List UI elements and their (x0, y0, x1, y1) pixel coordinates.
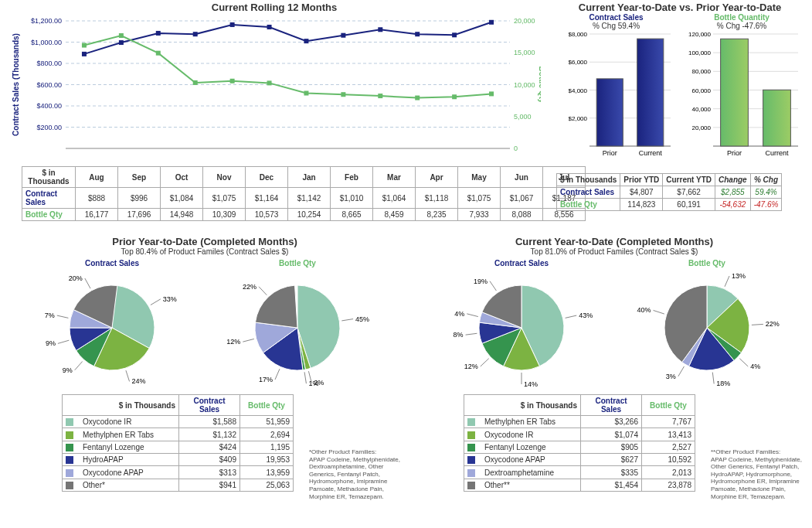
svg-text:43%: 43% (579, 312, 593, 319)
svg-text:40,000: 40,000 (691, 106, 711, 113)
cur-title: Current Year-to-Date (Completed Months) (417, 236, 811, 247)
svg-text:5,000: 5,000 (514, 113, 532, 121)
svg-text:14%: 14% (524, 380, 538, 387)
svg-text:22%: 22% (243, 283, 257, 291)
svg-line-108 (490, 281, 496, 291)
svg-text:$1,000.00: $1,000.00 (31, 39, 62, 46)
cur-product-table: $ in ThousandsContract SalesBottle QtyMe… (464, 394, 695, 492)
svg-text:20,000: 20,000 (514, 17, 535, 25)
svg-line-78 (75, 362, 83, 370)
svg-text:22%: 22% (766, 320, 780, 328)
svg-text:12%: 12% (464, 363, 478, 370)
svg-line-74 (151, 299, 161, 305)
svg-text:$200.00: $200.00 (36, 124, 62, 131)
svg-line-120 (654, 310, 664, 314)
svg-text:100,000: 100,000 (688, 49, 711, 56)
svg-line-96 (259, 287, 267, 295)
ytd-table-wrap: $ in ThousandsPrior YTDCurrent YTDChange… (556, 173, 782, 211)
svg-line-92 (275, 369, 280, 380)
svg-text:40%: 40% (637, 306, 651, 314)
svg-text:7%: 7% (45, 312, 55, 319)
svg-line-104 (466, 333, 477, 335)
svg-line-90 (304, 372, 306, 383)
prior-sales-pie: 33%24%9%9%7%20% (23, 267, 201, 387)
svg-text:120,000: 120,000 (688, 31, 711, 38)
svg-text:4%: 4% (750, 363, 760, 370)
svg-rect-55 (637, 39, 663, 146)
svg-text:$2,000: $2,000 (568, 115, 587, 122)
svg-text:Current: Current (638, 149, 662, 157)
svg-text:1%: 1% (308, 380, 318, 387)
rolling-table: $ in ThousandsAugSepOctNovDecJanFebMarAp… (22, 166, 586, 221)
svg-text:Current: Current (765, 149, 789, 157)
svg-text:$8,000: $8,000 (568, 31, 587, 38)
svg-line-86 (341, 319, 353, 321)
svg-text:0: 0 (514, 145, 518, 152)
svg-line-106 (467, 314, 478, 317)
rolling-table-wrap: $ in ThousandsAugSepOctNovDecJanFebMarAp… (22, 166, 586, 221)
svg-line-116 (712, 373, 714, 384)
cur-qty-pie: 13%22%4%18%3%40% (618, 267, 796, 387)
svg-text:17%: 17% (259, 376, 273, 383)
svg-text:33%: 33% (163, 295, 177, 303)
ytd-qty-pct: % Chg -47.6% (682, 22, 802, 30)
svg-line-94 (243, 339, 254, 342)
svg-text:8%: 8% (454, 331, 464, 339)
svg-line-102 (481, 359, 489, 366)
svg-text:60,000: 60,000 (691, 87, 711, 94)
svg-line-98 (566, 315, 577, 318)
svg-text:3%: 3% (666, 373, 676, 380)
svg-text:80,000: 80,000 (691, 68, 711, 75)
ytd-title: Current Year-to-Date vs. Prior Year-to-D… (556, 2, 804, 13)
svg-line-110 (725, 276, 729, 287)
ytd-sales-label: Contract Sales (559, 13, 674, 22)
svg-rect-53 (596, 79, 623, 146)
svg-text:10,000: 10,000 (514, 81, 535, 89)
svg-text:9%: 9% (46, 339, 56, 347)
cur-subtitle: Top 81.0% of Product Familes (Contract S… (417, 247, 811, 256)
svg-rect-70 (720, 39, 748, 146)
svg-text:13%: 13% (732, 272, 746, 280)
svg-text:$400.00: $400.00 (36, 102, 62, 110)
svg-line-82 (57, 315, 69, 318)
svg-text:20,000: 20,000 (691, 124, 711, 131)
svg-line-118 (678, 366, 685, 376)
prior-qty-pie: 45%2%1%17%12%22% (209, 267, 386, 387)
svg-text:Prior: Prior (726, 149, 741, 157)
prior-title: Prior Year-to-Date (Completed Months) (8, 236, 402, 247)
prior-pie1-label: Contract Sales (23, 259, 201, 267)
svg-text:Contract Sales (Thousands): Contract Sales (Thousands) (12, 33, 20, 136)
svg-line-112 (752, 324, 763, 325)
svg-text:Bottle Qty: Bottle Qty (538, 66, 541, 104)
ytd-table: $ in ThousandsPrior YTDCurrent YTDChange… (556, 173, 782, 211)
svg-text:19%: 19% (474, 278, 488, 285)
svg-text:18%: 18% (716, 380, 730, 387)
prior-footnote: *Other Product Families: APAP Codeine, M… (309, 448, 409, 500)
ytd-sales-bar-chart: $2,000$4,000$6,000$8,000PriorCurrent (559, 30, 674, 162)
cur-footnote: **Other Product Families: APAP Codeine, … (711, 448, 807, 500)
svg-text:45%: 45% (355, 315, 369, 323)
svg-text:9%: 9% (63, 366, 73, 374)
rolling-12-chart: $200.00$400.00$600.00$800.00$1,000.00$1,… (8, 13, 541, 164)
ytd-sales-pct: % Chg 59.4% (559, 22, 674, 30)
svg-text:20%: 20% (69, 274, 83, 282)
prior-product-table: $ in ThousandsContract SalesBottle QtyOx… (62, 394, 294, 492)
cur-pie2-label: Bottle Qty (618, 259, 796, 267)
svg-text:$600.00: $600.00 (36, 81, 62, 89)
prior-pie2-label: Bottle Qty (209, 259, 386, 267)
svg-text:Prior: Prior (602, 149, 617, 157)
svg-text:$1,200.00: $1,200.00 (31, 17, 62, 25)
svg-text:4%: 4% (454, 310, 464, 318)
svg-text:24%: 24% (132, 377, 146, 385)
svg-text:$6,000: $6,000 (568, 59, 587, 66)
svg-text:$800.00: $800.00 (36, 60, 62, 67)
ytd-qty-label: Bottle Quantity (682, 13, 802, 22)
svg-text:$4,000: $4,000 (568, 87, 587, 94)
rolling-title: Current Rolling 12 Months (8, 2, 541, 13)
cur-sales-pie: 43%14%12%8%4%19% (433, 267, 610, 387)
svg-text:12%: 12% (226, 338, 240, 346)
svg-rect-72 (763, 90, 790, 146)
svg-line-76 (126, 370, 130, 381)
svg-line-80 (58, 340, 69, 343)
svg-line-84 (85, 278, 90, 288)
